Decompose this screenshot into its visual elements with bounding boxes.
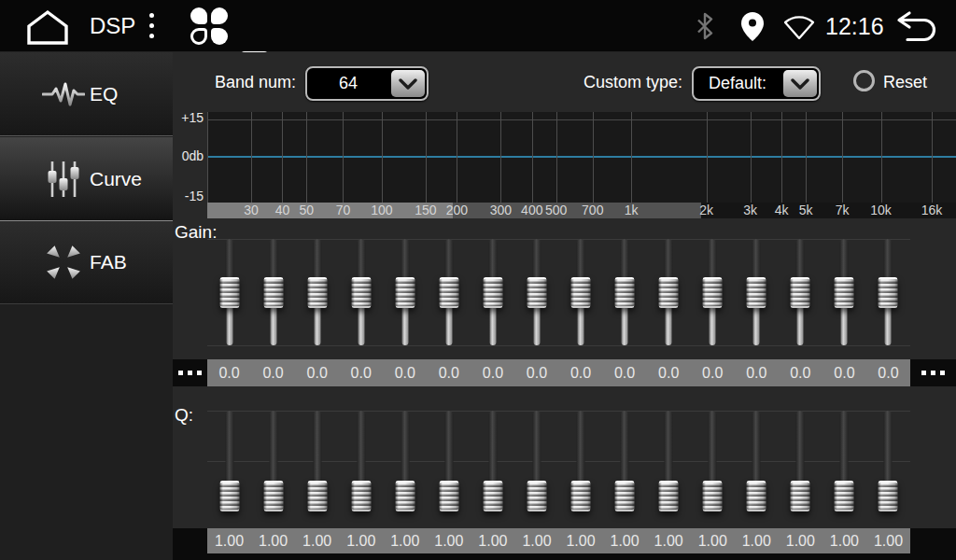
slider-thumb[interactable]: [659, 277, 679, 308]
sidebar-item-fab[interactable]: FAB: [0, 221, 173, 304]
gain-slider-band-3[interactable]: [295, 239, 339, 345]
status-bar: DSP 12:16: [0, 0, 956, 52]
q-slider-band-16[interactable]: [866, 411, 910, 511]
sidebar: EQ Curve FAB: [0, 52, 173, 560]
gridline-30: [251, 112, 252, 203]
ylabel-plus15: +15: [173, 110, 204, 125]
slider-thumb[interactable]: [483, 277, 502, 308]
gain-slider-band-5[interactable]: [383, 239, 427, 345]
freq-tick-5k: 5k: [799, 203, 813, 218]
q-slider-band-4[interactable]: [339, 411, 383, 511]
gridline-700: [593, 112, 594, 203]
slider-thumb[interactable]: [219, 277, 239, 308]
gain-slider-band-10[interactable]: [603, 239, 647, 345]
slider-thumb[interactable]: [615, 481, 635, 511]
gain-slider-band-2[interactable]: [251, 239, 295, 345]
gain-slider-band-7[interactable]: [471, 239, 514, 345]
slider-thumb[interactable]: [263, 481, 283, 511]
reset-button[interactable]: [853, 70, 875, 91]
gridline-40: [282, 112, 283, 203]
band-num-select[interactable]: 64: [305, 66, 429, 101]
q-slider-band-1[interactable]: [207, 411, 251, 511]
gridline-500: [556, 112, 557, 203]
gain-slider-band-15[interactable]: [822, 239, 866, 345]
slider-thumb[interactable]: [703, 481, 723, 511]
q-slider-band-6[interactable]: [427, 411, 471, 511]
slider-thumb[interactable]: [791, 277, 810, 308]
gain-slider-band-6[interactable]: [427, 239, 471, 345]
slider-thumb[interactable]: [659, 481, 679, 511]
gain-slider-band-11[interactable]: [647, 239, 691, 345]
slider-thumb[interactable]: [351, 481, 371, 511]
slider-thumb[interactable]: [879, 277, 898, 308]
q-slider-band-11[interactable]: [647, 411, 691, 511]
q-slider-band-15[interactable]: [822, 411, 866, 511]
slider-thumb[interactable]: [615, 277, 635, 308]
q-slider-band-5[interactable]: [383, 411, 427, 511]
slider-thumb[interactable]: [219, 481, 239, 511]
apps-clover-icon[interactable]: [190, 7, 228, 45]
sidebar-item-eq[interactable]: EQ: [0, 52, 173, 136]
slider-track-upper: [577, 411, 585, 488]
custom-type-select[interactable]: Default:: [692, 66, 821, 101]
slider-thumb[interactable]: [571, 481, 591, 511]
freq-tick-4k: 4k: [775, 203, 789, 218]
slider-thumb[interactable]: [791, 481, 810, 511]
q-slider-band-12[interactable]: [691, 411, 735, 511]
slider-track-upper: [840, 411, 849, 488]
slider-thumb[interactable]: [703, 277, 723, 308]
q-slider-band-3[interactable]: [295, 411, 339, 511]
q-slider-band-13[interactable]: [735, 411, 779, 511]
gain-slider-band-1[interactable]: [207, 239, 251, 345]
slider-thumb[interactable]: [439, 277, 458, 308]
gain-slider-band-14[interactable]: [779, 239, 822, 345]
q-slider-band-9[interactable]: [559, 411, 603, 511]
slider-thumb[interactable]: [395, 481, 415, 511]
q-value-15: 1.00: [822, 533, 866, 550]
gain-value-11: 0.0: [647, 365, 691, 382]
back-button[interactable]: [894, 10, 937, 48]
gain-slider-band-13[interactable]: [735, 239, 779, 345]
q-slider-band-7[interactable]: [471, 411, 514, 511]
axis-strip-segment: [701, 203, 956, 218]
gain-slider-band-12[interactable]: [691, 239, 735, 345]
slider-thumb[interactable]: [527, 277, 546, 308]
slider-thumb[interactable]: [483, 481, 502, 511]
sidebar-item-curve[interactable]: Curve: [0, 137, 173, 221]
q-value-12: 1.00: [691, 533, 735, 550]
slider-thumb[interactable]: [527, 481, 546, 511]
gain-slider-band-16[interactable]: [866, 239, 910, 345]
chevron-down-icon[interactable]: [783, 70, 817, 97]
q-slider-band-14[interactable]: [779, 411, 822, 511]
q-value-2: 1.00: [251, 533, 295, 550]
q-slider-band-2[interactable]: [251, 411, 295, 511]
freq-tick-3k: 3k: [743, 203, 757, 218]
slider-thumb[interactable]: [307, 277, 327, 308]
gain-slider-band-9[interactable]: [559, 239, 603, 345]
slider-thumb[interactable]: [263, 277, 283, 308]
q-slider-band-10[interactable]: [603, 411, 647, 511]
overflow-menu-icon[interactable]: [149, 13, 154, 38]
slider-thumb[interactable]: [439, 481, 458, 511]
home-button[interactable]: [24, 8, 71, 49]
slider-thumb[interactable]: [835, 277, 854, 308]
eq-curve-plot: [207, 112, 956, 203]
slider-thumb[interactable]: [395, 277, 415, 308]
gain-slider-band-8[interactable]: [514, 239, 558, 345]
slider-thumb[interactable]: [351, 277, 371, 308]
slider-thumb[interactable]: [307, 481, 327, 511]
slider-thumb[interactable]: [747, 277, 766, 308]
slider-thumb[interactable]: [747, 481, 766, 511]
slider-thumb[interactable]: [835, 481, 854, 511]
reset-label: Reset: [883, 73, 927, 92]
gain-slider-band-4[interactable]: [339, 239, 383, 345]
q-slider-band-8[interactable]: [514, 411, 558, 511]
gain-scroll-left-button[interactable]: [173, 359, 207, 386]
slider-thumb[interactable]: [571, 277, 591, 308]
slider-thumb[interactable]: [879, 481, 898, 511]
gain-value-9: 0.0: [559, 365, 603, 382]
gain-value-6: 0.0: [427, 365, 471, 382]
gain-scroll-right-button[interactable]: [910, 359, 956, 386]
chevron-down-icon[interactable]: [391, 70, 425, 97]
slider-track-upper: [884, 411, 893, 488]
